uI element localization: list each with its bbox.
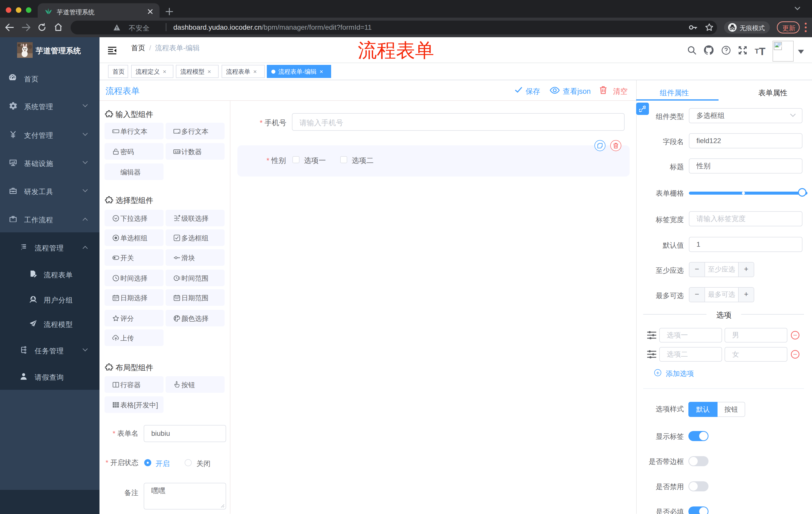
svg-text:123: 123: [174, 150, 180, 154]
